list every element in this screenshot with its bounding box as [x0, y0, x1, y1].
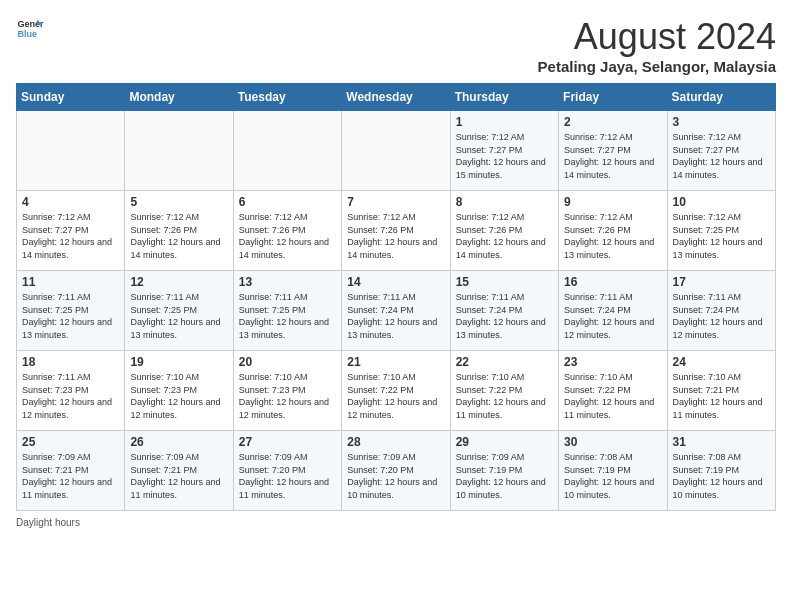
day-info: Sunrise: 7:12 AM Sunset: 7:27 PM Dayligh… [456, 131, 553, 181]
day-info: Sunrise: 7:11 AM Sunset: 7:25 PM Dayligh… [130, 291, 227, 341]
day-number: 9 [564, 195, 661, 209]
day-number: 14 [347, 275, 444, 289]
day-cell: 27Sunrise: 7:09 AM Sunset: 7:20 PM Dayli… [233, 431, 341, 511]
day-number: 12 [130, 275, 227, 289]
day-number: 25 [22, 435, 119, 449]
calendar-table: SundayMondayTuesdayWednesdayThursdayFrid… [16, 83, 776, 511]
day-number: 11 [22, 275, 119, 289]
day-cell: 3Sunrise: 7:12 AM Sunset: 7:27 PM Daylig… [667, 111, 775, 191]
header-cell-wednesday: Wednesday [342, 84, 450, 111]
day-number: 29 [456, 435, 553, 449]
week-row-4: 25Sunrise: 7:09 AM Sunset: 7:21 PM Dayli… [17, 431, 776, 511]
header-row: SundayMondayTuesdayWednesdayThursdayFrid… [17, 84, 776, 111]
day-info: Sunrise: 7:12 AM Sunset: 7:26 PM Dayligh… [564, 211, 661, 261]
day-info: Sunrise: 7:11 AM Sunset: 7:24 PM Dayligh… [673, 291, 770, 341]
day-cell: 12Sunrise: 7:11 AM Sunset: 7:25 PM Dayli… [125, 271, 233, 351]
week-row-1: 4Sunrise: 7:12 AM Sunset: 7:27 PM Daylig… [17, 191, 776, 271]
header-cell-thursday: Thursday [450, 84, 558, 111]
day-number: 24 [673, 355, 770, 369]
day-cell: 28Sunrise: 7:09 AM Sunset: 7:20 PM Dayli… [342, 431, 450, 511]
header-cell-sunday: Sunday [17, 84, 125, 111]
day-number: 27 [239, 435, 336, 449]
day-cell: 1Sunrise: 7:12 AM Sunset: 7:27 PM Daylig… [450, 111, 558, 191]
day-cell: 19Sunrise: 7:10 AM Sunset: 7:23 PM Dayli… [125, 351, 233, 431]
day-cell: 25Sunrise: 7:09 AM Sunset: 7:21 PM Dayli… [17, 431, 125, 511]
week-row-0: 1Sunrise: 7:12 AM Sunset: 7:27 PM Daylig… [17, 111, 776, 191]
day-number: 18 [22, 355, 119, 369]
day-cell: 14Sunrise: 7:11 AM Sunset: 7:24 PM Dayli… [342, 271, 450, 351]
header-cell-friday: Friday [559, 84, 667, 111]
day-number: 15 [456, 275, 553, 289]
day-info: Sunrise: 7:11 AM Sunset: 7:25 PM Dayligh… [239, 291, 336, 341]
day-number: 28 [347, 435, 444, 449]
day-number: 16 [564, 275, 661, 289]
day-number: 10 [673, 195, 770, 209]
day-cell: 13Sunrise: 7:11 AM Sunset: 7:25 PM Dayli… [233, 271, 341, 351]
day-cell: 24Sunrise: 7:10 AM Sunset: 7:21 PM Dayli… [667, 351, 775, 431]
day-number: 17 [673, 275, 770, 289]
day-number: 1 [456, 115, 553, 129]
calendar-body: 1Sunrise: 7:12 AM Sunset: 7:27 PM Daylig… [17, 111, 776, 511]
day-info: Sunrise: 7:12 AM Sunset: 7:27 PM Dayligh… [22, 211, 119, 261]
day-info: Sunrise: 7:11 AM Sunset: 7:24 PM Dayligh… [564, 291, 661, 341]
day-info: Sunrise: 7:10 AM Sunset: 7:23 PM Dayligh… [130, 371, 227, 421]
day-info: Sunrise: 7:10 AM Sunset: 7:21 PM Dayligh… [673, 371, 770, 421]
day-info: Sunrise: 7:12 AM Sunset: 7:25 PM Dayligh… [673, 211, 770, 261]
day-cell: 9Sunrise: 7:12 AM Sunset: 7:26 PM Daylig… [559, 191, 667, 271]
day-cell: 10Sunrise: 7:12 AM Sunset: 7:25 PM Dayli… [667, 191, 775, 271]
day-number: 30 [564, 435, 661, 449]
calendar-header: SundayMondayTuesdayWednesdayThursdayFrid… [17, 84, 776, 111]
day-info: Sunrise: 7:11 AM Sunset: 7:23 PM Dayligh… [22, 371, 119, 421]
day-cell [125, 111, 233, 191]
day-cell: 18Sunrise: 7:11 AM Sunset: 7:23 PM Dayli… [17, 351, 125, 431]
day-cell: 21Sunrise: 7:10 AM Sunset: 7:22 PM Dayli… [342, 351, 450, 431]
day-info: Sunrise: 7:09 AM Sunset: 7:21 PM Dayligh… [130, 451, 227, 501]
day-info: Sunrise: 7:08 AM Sunset: 7:19 PM Dayligh… [673, 451, 770, 501]
header-cell-tuesday: Tuesday [233, 84, 341, 111]
day-number: 6 [239, 195, 336, 209]
day-number: 23 [564, 355, 661, 369]
title-block: August 2024 Petaling Jaya, Selangor, Mal… [538, 16, 776, 75]
day-info: Sunrise: 7:11 AM Sunset: 7:25 PM Dayligh… [22, 291, 119, 341]
day-info: Sunrise: 7:11 AM Sunset: 7:24 PM Dayligh… [347, 291, 444, 341]
day-number: 7 [347, 195, 444, 209]
day-cell: 8Sunrise: 7:12 AM Sunset: 7:26 PM Daylig… [450, 191, 558, 271]
day-info: Sunrise: 7:12 AM Sunset: 7:26 PM Dayligh… [456, 211, 553, 261]
day-info: Sunrise: 7:09 AM Sunset: 7:20 PM Dayligh… [239, 451, 336, 501]
day-cell: 16Sunrise: 7:11 AM Sunset: 7:24 PM Dayli… [559, 271, 667, 351]
day-number: 5 [130, 195, 227, 209]
day-cell: 4Sunrise: 7:12 AM Sunset: 7:27 PM Daylig… [17, 191, 125, 271]
day-cell: 11Sunrise: 7:11 AM Sunset: 7:25 PM Dayli… [17, 271, 125, 351]
week-row-3: 18Sunrise: 7:11 AM Sunset: 7:23 PM Dayli… [17, 351, 776, 431]
footer-note: Daylight hours [16, 517, 776, 528]
day-cell: 22Sunrise: 7:10 AM Sunset: 7:22 PM Dayli… [450, 351, 558, 431]
day-number: 4 [22, 195, 119, 209]
day-info: Sunrise: 7:12 AM Sunset: 7:26 PM Dayligh… [239, 211, 336, 261]
day-cell: 15Sunrise: 7:11 AM Sunset: 7:24 PM Dayli… [450, 271, 558, 351]
logo: General Blue [16, 16, 44, 44]
day-cell: 2Sunrise: 7:12 AM Sunset: 7:27 PM Daylig… [559, 111, 667, 191]
day-number: 19 [130, 355, 227, 369]
day-number: 21 [347, 355, 444, 369]
day-info: Sunrise: 7:10 AM Sunset: 7:22 PM Dayligh… [347, 371, 444, 421]
day-cell: 26Sunrise: 7:09 AM Sunset: 7:21 PM Dayli… [125, 431, 233, 511]
day-info: Sunrise: 7:10 AM Sunset: 7:22 PM Dayligh… [564, 371, 661, 421]
day-cell [342, 111, 450, 191]
day-info: Sunrise: 7:12 AM Sunset: 7:26 PM Dayligh… [347, 211, 444, 261]
day-info: Sunrise: 7:10 AM Sunset: 7:23 PM Dayligh… [239, 371, 336, 421]
week-row-2: 11Sunrise: 7:11 AM Sunset: 7:25 PM Dayli… [17, 271, 776, 351]
day-number: 3 [673, 115, 770, 129]
day-info: Sunrise: 7:12 AM Sunset: 7:27 PM Dayligh… [564, 131, 661, 181]
header-cell-saturday: Saturday [667, 84, 775, 111]
day-cell: 30Sunrise: 7:08 AM Sunset: 7:19 PM Dayli… [559, 431, 667, 511]
day-cell: 29Sunrise: 7:09 AM Sunset: 7:19 PM Dayli… [450, 431, 558, 511]
day-number: 8 [456, 195, 553, 209]
day-info: Sunrise: 7:09 AM Sunset: 7:20 PM Dayligh… [347, 451, 444, 501]
day-info: Sunrise: 7:11 AM Sunset: 7:24 PM Dayligh… [456, 291, 553, 341]
day-number: 31 [673, 435, 770, 449]
day-number: 2 [564, 115, 661, 129]
day-info: Sunrise: 7:09 AM Sunset: 7:19 PM Dayligh… [456, 451, 553, 501]
day-info: Sunrise: 7:09 AM Sunset: 7:21 PM Dayligh… [22, 451, 119, 501]
day-cell: 20Sunrise: 7:10 AM Sunset: 7:23 PM Dayli… [233, 351, 341, 431]
day-cell [233, 111, 341, 191]
